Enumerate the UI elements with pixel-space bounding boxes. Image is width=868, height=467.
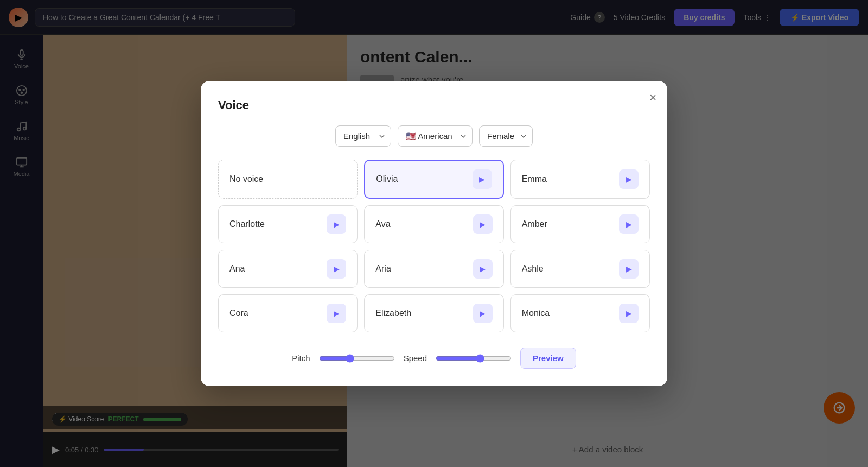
gender-select[interactable]: Female Male — [479, 125, 533, 147]
play-voice-button-charlotte[interactable]: ▶ — [327, 214, 346, 234]
modal-close-button[interactable]: × — [649, 92, 656, 104]
voice-name-ashle: Ashle — [522, 264, 544, 274]
play-voice-button-cora[interactable]: ▶ — [327, 304, 346, 323]
play-voice-button-ava[interactable]: ▶ — [473, 214, 493, 234]
voice-card-aria[interactable]: Aria▶ — [364, 250, 503, 288]
play-voice-button-amber[interactable]: ▶ — [619, 214, 639, 234]
dropdowns-row: English Spanish French German 🇺🇸 America… — [218, 125, 650, 147]
voice-card-ava[interactable]: Ava▶ — [364, 205, 503, 243]
voice-card-olivia[interactable]: Olivia▶ — [364, 160, 503, 199]
voice-name-elizabeth: Elizabeth — [375, 308, 411, 318]
voice-name-charlotte: Charlotte — [229, 219, 265, 229]
play-voice-button-monica[interactable]: ▶ — [619, 304, 639, 323]
speed-label: Speed — [404, 354, 427, 363]
speed-range[interactable] — [436, 354, 512, 363]
language-select[interactable]: English Spanish French German — [335, 125, 391, 147]
play-voice-button-elizabeth[interactable]: ▶ — [473, 304, 493, 323]
voice-card-ana[interactable]: Ana▶ — [218, 250, 358, 288]
pitch-range[interactable] — [319, 354, 395, 363]
voice-card-no-voice[interactable]: No voice — [218, 160, 358, 199]
voice-card-ashle[interactable]: Ashle▶ — [510, 250, 650, 288]
speed-slider[interactable] — [436, 353, 512, 364]
voice-card-elizabeth[interactable]: Elizabeth▶ — [364, 294, 503, 332]
pitch-slider[interactable] — [319, 353, 395, 364]
voice-name-cora: Cora — [229, 308, 248, 318]
preview-button[interactable]: Preview — [520, 348, 576, 369]
play-voice-button-emma[interactable]: ▶ — [619, 169, 639, 189]
voice-name-amber: Amber — [522, 219, 547, 229]
voice-name-aria: Aria — [375, 264, 391, 274]
play-voice-button-aria[interactable]: ▶ — [473, 259, 493, 279]
voice-name-no-voice: No voice — [229, 174, 263, 184]
play-voice-button-ana[interactable]: ▶ — [327, 259, 346, 279]
voice-name-ava: Ava — [375, 219, 390, 229]
voice-card-amber[interactable]: Amber▶ — [510, 205, 650, 243]
play-voice-button-ashle[interactable]: ▶ — [619, 259, 639, 279]
voice-card-emma[interactable]: Emma▶ — [510, 160, 650, 199]
voice-name-ana: Ana — [229, 264, 245, 274]
voice-card-cora[interactable]: Cora▶ — [218, 294, 358, 332]
play-voice-button-olivia[interactable]: ▶ — [473, 169, 492, 189]
voice-name-olivia: Olivia — [376, 174, 398, 184]
pitch-label: Pitch — [292, 354, 310, 363]
voice-card-charlotte[interactable]: Charlotte▶ — [218, 205, 358, 243]
voice-card-monica[interactable]: Monica▶ — [510, 294, 650, 332]
accent-select[interactable]: 🇺🇸 American 🇬🇧 British 🇦🇺 Australian — [398, 125, 473, 147]
voice-grid: No voiceOlivia▶Emma▶Charlotte▶Ava▶Amber▶… — [218, 160, 650, 332]
bottom-controls: Pitch Speed Preview — [218, 348, 650, 369]
voice-name-monica: Monica — [522, 308, 550, 318]
voice-name-emma: Emma — [522, 174, 547, 184]
voice-modal: Voice × English Spanish French German 🇺🇸… — [201, 81, 667, 386]
modal-title: Voice — [218, 98, 650, 112]
modal-overlay[interactable]: Voice × English Spanish French German 🇺🇸… — [0, 0, 868, 467]
